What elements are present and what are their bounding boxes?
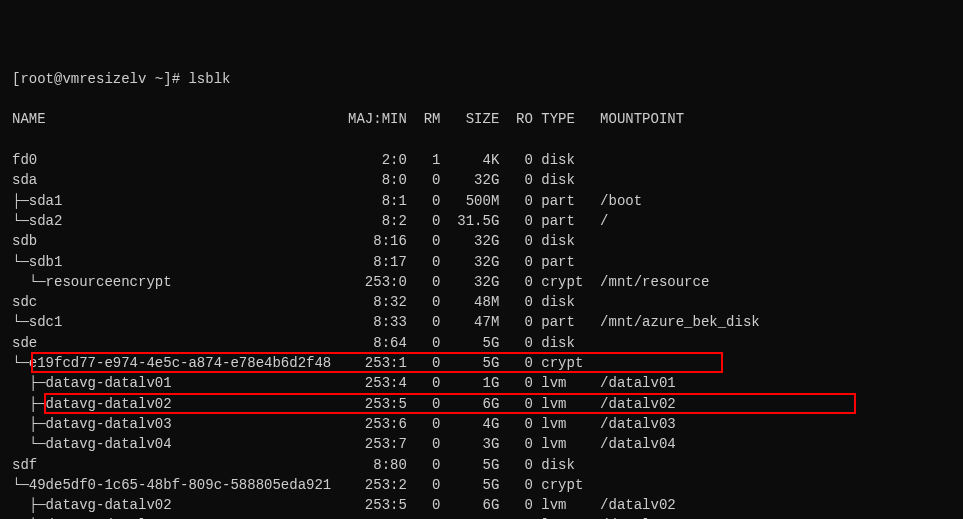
table-body: fd0 2:0 1 4K 0 disk sda 8:0 0 32G 0 disk… <box>12 150 951 519</box>
table-row: └─resourceencrypt 253:0 0 32G 0 crypt /m… <box>12 272 951 292</box>
table-row: ├─datavg-datalv02 253:5 0 6G 0 lvm /data… <box>12 394 951 414</box>
table-row: sdc 8:32 0 48M 0 disk <box>12 292 951 312</box>
table-header: NAME MAJ:MIN RM SIZE RO TYPE MOUNTPOINT <box>12 109 951 129</box>
table-row: sda 8:0 0 32G 0 disk <box>12 170 951 190</box>
table-row: ├─datavg-datalv03 253:6 0 4G 0 lvm /data… <box>12 414 951 434</box>
highlight-annotation <box>31 352 723 373</box>
table-row: ├─datavg-datalv02 253:5 0 6G 0 lvm /data… <box>12 495 951 515</box>
table-row: sdb 8:16 0 32G 0 disk <box>12 231 951 251</box>
command-prompt: [root@vmresizelv ~]# lsblk <box>12 69 951 89</box>
table-row: └─sdc1 8:33 0 47M 0 part /mnt/azure_bek_… <box>12 312 951 332</box>
table-row: ├─datavg-datalv01 253:4 0 1G 0 lvm /data… <box>12 373 951 393</box>
table-row: sdf 8:80 0 5G 0 disk <box>12 455 951 475</box>
table-row: └─49de5df0-1c65-48bf-809c-588805eda921 2… <box>12 475 951 495</box>
table-row: └─sda2 8:2 0 31.5G 0 part / <box>12 211 951 231</box>
highlight-annotation <box>44 393 856 414</box>
table-row: └─datavg-datalv04 253:7 0 3G 0 lvm /data… <box>12 434 951 454</box>
table-row: └─datavg-datalv04 253:7 0 3G 0 lvm /data… <box>12 515 951 519</box>
table-row: └─sdb1 8:17 0 32G 0 part <box>12 252 951 272</box>
table-row: sde 8:64 0 5G 0 disk <box>12 333 951 353</box>
table-row: fd0 2:0 1 4K 0 disk <box>12 150 951 170</box>
table-row: └─e19fcd77-e974-4e5c-a874-e78e4b6d2f48 2… <box>12 353 951 373</box>
table-row: ├─sda1 8:1 0 500M 0 part /boot <box>12 191 951 211</box>
